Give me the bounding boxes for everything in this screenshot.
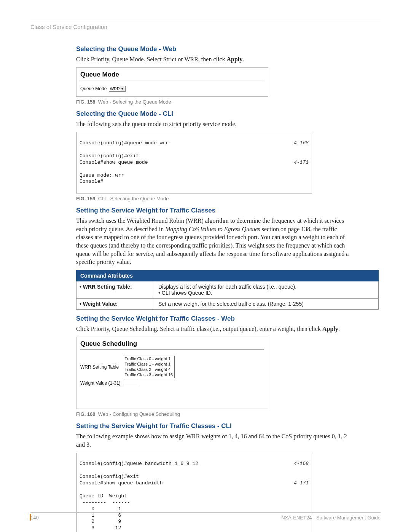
cli-line: Queue ID Weight — [80, 493, 127, 499]
table-cell-label: • WRR Setting Table: — [76, 281, 155, 298]
text: • CLI shows Queue ID. — [158, 290, 212, 296]
list-item[interactable]: Traffic Class 3 - weight 16 — [125, 372, 173, 378]
cli-ref: 4-168 — [294, 140, 309, 147]
heading-queue-mode-web: Selecting the Queue Mode - Web — [76, 45, 354, 53]
heading-queue-mode-cli: Selecting the Queue Mode - CLI — [76, 110, 354, 118]
doc-title: NXA-ENET24 - Software Management Guide — [281, 515, 381, 521]
running-head: Class of Service Configuration — [30, 24, 381, 30]
command-attributes-table: Command Attributes • WRR Setting Table: … — [76, 270, 379, 310]
figure-caption-text: CLI - Selecting the Queue Mode — [98, 196, 169, 201]
text: Displays a list of weights for each traf… — [158, 284, 296, 290]
heading-service-weight-cli: Setting the Service Weight for Traffic C… — [76, 422, 354, 430]
figure-caption-text: Web - Configuring Queue Scheduling — [98, 411, 180, 417]
para-queue-mode-cli: The following sets the queue mode to str… — [76, 120, 354, 128]
wrr-setting-table-label: WRR Setting Table — [80, 355, 123, 379]
figure-number: FIG. 158 — [76, 99, 96, 105]
figure-caption-text: Web - Selecting the Queue Mode — [98, 99, 171, 105]
cli-line: Console(config)#queue bandwidth 1 6 9 12 — [80, 461, 198, 467]
para-service-weight-cli: The following example shows how to assig… — [76, 432, 354, 449]
figure-title: Queue Mode — [80, 71, 264, 78]
para-service-weight-web: Click Priority, Queue Scheduling. Select… — [76, 325, 354, 333]
text: . — [242, 56, 244, 62]
text: Click Priority, Queue Mode. Select Stric… — [76, 56, 226, 62]
list-item[interactable]: Traffic Class 0 - weight 1 — [125, 356, 173, 362]
queue-mode-select-value: WRR — [110, 86, 120, 91]
wrr-setting-table-listbox[interactable]: Traffic Class 0 - weight 1 Traffic Class… — [123, 356, 175, 378]
figure-box-queue-scheduling: Queue Scheduling WRR Setting Table Traff… — [76, 337, 268, 409]
text: Click Priority, Queue Scheduling. Select… — [76, 326, 322, 332]
table-cell-value: Displays a list of weights for each traf… — [155, 281, 379, 298]
apply-word: Apply — [226, 56, 242, 62]
table-header: Command Attributes — [76, 270, 379, 281]
list-item[interactable]: Traffic Class 1 - weight 1 — [125, 362, 173, 367]
cli-box-159: Console(config)#queue mode wrr4-168 Cons… — [76, 132, 312, 193]
cli-line: Console#show queue bandwidth — [80, 480, 162, 487]
cli-line: Console(config)#exit — [80, 474, 139, 479]
heading-service-weight: Setting the Service Weight for Traffic C… — [76, 207, 354, 214]
table-cell-label: • Weight Value: — [76, 298, 155, 309]
weight-value-label: Weight Value (1-31) — [80, 379, 123, 387]
para-queue-mode-web: Click Priority, Queue Mode. Select Stric… — [76, 55, 354, 64]
cli-line: Console(config)#exit — [80, 153, 139, 159]
cli-ref: 4-169 — [294, 461, 309, 467]
cli-line: Console#show queue mode — [80, 160, 148, 166]
figure-box-queue-mode: Queue Mode Queue Mode WRR▾ — [76, 67, 268, 97]
heading-service-weight-web: Setting the Service Weight for Traffic C… — [76, 315, 354, 323]
figure-caption-159: FIG. 159 CLI - Selecting the Queue Mode — [76, 196, 354, 201]
cli-line: 3 12 — [80, 525, 121, 531]
cli-line: Console(config)#queue mode wrr — [80, 140, 169, 147]
cli-ref: 4-171 — [294, 160, 309, 166]
apply-word: Apply — [322, 326, 338, 332]
cli-line: Console# — [80, 179, 103, 184]
page-number: 140 — [30, 515, 39, 521]
text: . — [338, 326, 340, 332]
figure-caption-158: FIG. 158 Web - Selecting the Queue Mode — [76, 99, 354, 105]
cli-line: 0 1 — [80, 506, 121, 512]
cli-ref: 4-171 — [294, 480, 309, 487]
figure-number: FIG. 159 — [76, 196, 96, 201]
italic-ref: Mapping CoS Values to Egress Queues — [165, 226, 260, 232]
figure-number: FIG. 160 — [76, 411, 96, 417]
figure-caption-160: FIG. 160 Web - Configuring Queue Schedul… — [76, 411, 354, 417]
figure-title: Queue Scheduling — [80, 340, 264, 348]
dropdown-arrow-icon[interactable]: ▾ — [120, 86, 124, 91]
queue-mode-label: Queue Mode — [80, 86, 107, 91]
table-cell-value: Set a new weight for the selected traffi… — [155, 298, 379, 309]
cli-line: Queue mode: wrr — [80, 173, 124, 178]
queue-mode-select[interactable]: WRR▾ — [109, 86, 126, 92]
weight-value-input[interactable] — [124, 380, 138, 386]
cli-line: -------- ------ — [80, 500, 130, 505]
list-item[interactable]: Traffic Class 2 - weight 4 — [125, 367, 173, 372]
para-service-weight: This switch uses the Weighted Round Robi… — [76, 217, 354, 266]
